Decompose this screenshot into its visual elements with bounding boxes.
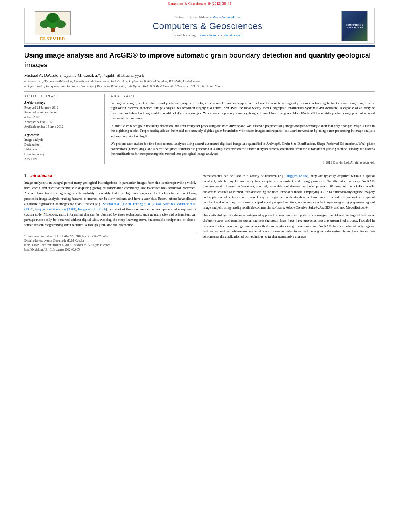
citation-text: Computers & Geosciences 49 (2012) 38–45 bbox=[168, 2, 231, 6]
keywords-section: Keywords: Image analysis Digitization De… bbox=[24, 133, 98, 162]
sciverse-line: Contents lists available at SciVerse Sci… bbox=[77, 15, 338, 19]
journal-title-section: Contents lists available at SciVerse Sci… bbox=[77, 15, 338, 37]
article-info-abstract: ARTICLE INFO Article history: Received 2… bbox=[24, 94, 375, 165]
elsevier-tree-image bbox=[35, 11, 71, 35]
keywords-heading: Keywords: bbox=[24, 133, 98, 137]
abstract-label: ABSTRACT bbox=[111, 94, 375, 98]
journal-thumb-text: COMPUTERS & GEOSCIENCES bbox=[343, 24, 366, 29]
two-column-body: 1. Introduction Image analysis is an int… bbox=[24, 173, 375, 252]
intro-p2: measurements can be used in a variety of… bbox=[203, 173, 375, 210]
affiliation-2: b Department of Geography and Geology, U… bbox=[24, 84, 375, 89]
revised-date: 4 June 2012 bbox=[24, 115, 98, 120]
author-names: Michael A. DeVasto a, Dyanna M. Czeck a,… bbox=[24, 73, 144, 78]
svg-point-4 bbox=[56, 20, 66, 28]
top-citation-bar: Computers & Geosciences 49 (2012) 38–45 bbox=[0, 0, 399, 6]
accepted-date: Accepted 5 June 2012 bbox=[24, 120, 98, 125]
kw-5: ArcGIS® bbox=[24, 157, 98, 162]
sardini-ref[interactable]: Sardini et al. (1999) bbox=[103, 202, 131, 206]
intro-title: Introduction bbox=[30, 173, 53, 178]
available-date: Available online 15 June 2012 bbox=[24, 125, 98, 129]
journal-homepage-line: journal homepage: www.elsevier.com/locat… bbox=[77, 33, 338, 37]
abstract-p3: We present case studies for five basic t… bbox=[111, 141, 375, 156]
journal-header: ELSEVIER Contents lists available at Sci… bbox=[24, 8, 375, 44]
sciverse-link[interactable]: SciVerse ScienceDirect bbox=[210, 15, 242, 19]
received-revised-label: Received in revised form bbox=[24, 110, 98, 115]
footnote-email: E-mail address: dyanna@uwm.edu (D.M. Cze… bbox=[24, 238, 197, 243]
abstract-col: ABSTRACT Geological images, such as phot… bbox=[105, 94, 375, 165]
intro-p3: Our methodology introduces an integrated… bbox=[203, 213, 375, 239]
higgins-ref[interactable]: Higgins (2006) bbox=[287, 174, 308, 178]
received-date: Received 24 January 2012 bbox=[24, 105, 98, 110]
journal-cover-image: COMPUTERS & GEOSCIENCES bbox=[341, 11, 368, 41]
footnote-doi: http://dx.doi.org/10.1016/j.cageo.2012.0… bbox=[24, 247, 197, 252]
elsevier-logo: ELSEVIER bbox=[29, 11, 77, 41]
main-content: 1. Introduction Image analysis is an int… bbox=[24, 168, 375, 257]
affil-divider bbox=[24, 91, 375, 92]
kw-4: Grain boundary bbox=[24, 152, 98, 157]
history-heading: Article history: bbox=[24, 101, 98, 105]
footnotes: * Corresponding author. Tel.: +1 414 229… bbox=[24, 232, 197, 252]
copyright-line: © 2012 Elsevier Ltd. All rights reserved… bbox=[111, 159, 375, 164]
intro-number: 1. bbox=[24, 173, 27, 178]
article-info-col: ARTICLE INFO Article history: Received 2… bbox=[24, 94, 105, 165]
paper-title: Using image analysis and ArcGIS® to impr… bbox=[24, 51, 375, 70]
journal-title: Computers & Geosciences bbox=[77, 21, 338, 31]
abstract-p1: Geological images, such as photos and ph… bbox=[111, 101, 375, 121]
perring-ref[interactable]: Perring et al. (2004) bbox=[133, 202, 161, 206]
intro-section-title: 1. Introduction bbox=[24, 173, 197, 178]
affiliation-1: a University of Wisconsin-Milwaukee, Dep… bbox=[24, 79, 375, 84]
right-body-col: measurements can be used in a variety of… bbox=[203, 173, 375, 252]
kw-2: Digitization bbox=[24, 142, 98, 147]
elsevier-logo-section: ELSEVIER bbox=[29, 11, 77, 41]
svg-point-3 bbox=[40, 20, 49, 28]
berger-ref[interactable]: Berger et al. (2010) bbox=[78, 207, 106, 211]
affiliations: a University of Wisconsin-Milwaukee, Dep… bbox=[24, 79, 375, 89]
elsevier-label: ELSEVIER bbox=[40, 36, 66, 41]
footnote-corresponding: * Corresponding author. Tel.: +1 414 229… bbox=[24, 234, 197, 238]
journal-thumbnail: COMPUTERS & GEOSCIENCES bbox=[338, 11, 370, 41]
intro-p1: Image analysis is an integral part of ma… bbox=[24, 180, 197, 228]
abstract-p2: In order to enhance grain boundary detec… bbox=[111, 123, 375, 139]
article-history: Article history: Received 24 January 201… bbox=[24, 101, 98, 129]
svg-point-5 bbox=[47, 13, 58, 23]
footnote-issn: 0098-3004/$ - see front matter © 2012 El… bbox=[24, 243, 197, 247]
kw-1: Image analysis bbox=[24, 138, 98, 142]
paper-header-section: Using image analysis and ArcGIS® to impr… bbox=[24, 47, 375, 168]
article-info-label: ARTICLE INFO bbox=[24, 94, 98, 98]
beggan-ref[interactable]: Beggan and Hamilton (2010) bbox=[35, 207, 76, 211]
journal-url[interactable]: www.elsevier.com/locate/cageo bbox=[199, 33, 243, 37]
authors-line: Michael A. DeVasto a, Dyanna M. Czeck a,… bbox=[24, 73, 375, 78]
kw-3: Detection bbox=[24, 147, 98, 152]
left-body-col: 1. Introduction Image analysis is an int… bbox=[24, 173, 197, 252]
